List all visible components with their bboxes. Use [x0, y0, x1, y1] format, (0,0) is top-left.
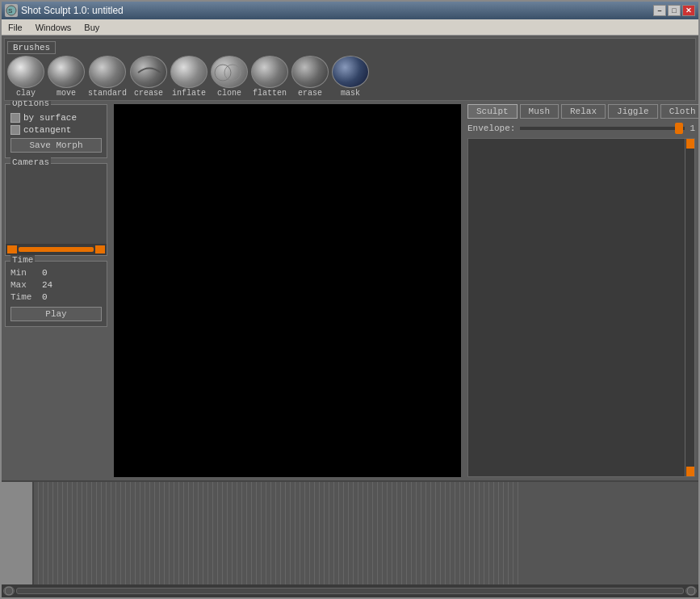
brush-inflate-icon [170, 56, 207, 88]
cameras-title: Cameras [10, 157, 51, 167]
brushes-toolbar: Brushes clay move standard crease [4, 38, 696, 101]
time-time-label: Time [10, 292, 39, 302]
brush-flatten-icon [251, 56, 288, 88]
vertical-scrollbar [685, 139, 694, 476]
by-surface-row: by surface [10, 113, 102, 123]
close-button[interactable]: ✕ [682, 5, 695, 16]
envelope-value: 1 [690, 124, 695, 133]
cameras-scroll-left[interactable] [7, 245, 17, 253]
bottom-scrollbar [2, 584, 698, 597]
h-scroll-left[interactable] [3, 586, 15, 596]
minimize-button[interactable]: – [653, 5, 666, 16]
brush-standard[interactable]: standard [88, 56, 127, 98]
brush-move[interactable]: move [48, 56, 85, 98]
title-buttons: – □ ✕ [653, 5, 695, 16]
by-surface-label: by surface [23, 113, 77, 123]
brush-clay-icon [7, 56, 44, 88]
timeline-tracks [34, 482, 698, 597]
maximize-button[interactable]: □ [668, 5, 681, 16]
cameras-scrollbar [6, 244, 107, 255]
v-scroll-down[interactable] [686, 467, 694, 476]
play-button[interactable]: Play [10, 307, 102, 321]
envelope-row: Envelope: 1 [467, 124, 695, 133]
svg-point-4 [5, 587, 13, 595]
brush-move-icon [48, 56, 85, 88]
timeline-area[interactable] [34, 482, 698, 597]
content-wrapper: Options by surface cotangent Save Morph … [2, 101, 698, 480]
brush-clone-icon [211, 56, 248, 88]
brush-flatten-label: flatten [253, 89, 287, 98]
menu-file[interactable]: File [5, 22, 26, 33]
cotangent-checkbox[interactable] [10, 125, 20, 135]
envelope-thumb[interactable] [675, 123, 683, 134]
time-max-value: 24 [42, 280, 52, 290]
title-bar: S Shot Sculpt 1.0: untitled – □ ✕ [2, 2, 698, 19]
brush-mask-icon [332, 56, 369, 88]
cameras-scroll-track[interactable] [19, 247, 94, 252]
brush-crease-icon [130, 56, 167, 88]
svg-point-3 [224, 65, 241, 81]
brush-inflate[interactable]: inflate [170, 56, 207, 98]
brushes-tab-label[interactable]: Brushes [7, 41, 56, 54]
brush-clone-label: clone [217, 89, 241, 98]
brush-clone[interactable]: clone [211, 56, 248, 98]
svg-point-2 [215, 65, 231, 81]
brush-standard-icon [89, 56, 126, 88]
time-max-row: Max 24 [10, 280, 102, 290]
time-min-label: Min [10, 268, 39, 278]
svg-text:S: S [8, 7, 12, 15]
left-panel: Options by surface cotangent Save Morph … [2, 101, 111, 480]
bottom-left-thumb [2, 482, 34, 597]
v-scroll-up[interactable] [686, 139, 694, 149]
brush-clay-label: clay [16, 89, 36, 98]
brush-erase-icon [291, 56, 329, 88]
envelope-label: Envelope: [467, 124, 515, 133]
brush-clay[interactable]: clay [7, 56, 44, 98]
cotangent-row: cotangent [10, 125, 102, 135]
menu-bar: File Windows Buy [2, 19, 698, 36]
time-max-label: Max [10, 280, 39, 290]
menu-windows[interactable]: Windows [32, 22, 75, 33]
timeline-column [513, 482, 518, 597]
brush-flatten[interactable]: flatten [251, 56, 288, 98]
bottom-timeline-section [2, 480, 698, 597]
brush-erase[interactable]: erase [291, 56, 329, 98]
by-surface-checkbox[interactable] [10, 113, 20, 123]
mode-jiggle-button[interactable]: Jiggle [608, 104, 658, 119]
right-panel: Sculpt Mush Relax Jiggle Cloth Envelope:… [464, 101, 698, 480]
title-bar-left: S Shot Sculpt 1.0: untitled [5, 4, 124, 17]
save-morph-button[interactable]: Save Morph [10, 138, 102, 153]
h-scroll-right[interactable] [685, 586, 697, 596]
app-icon: S [5, 4, 18, 17]
cotangent-label: cotangent [23, 125, 71, 135]
h-scroll-track[interactable] [16, 588, 684, 594]
right-content-panel [467, 138, 695, 477]
mode-relax-button[interactable]: Relax [561, 104, 606, 119]
time-current-row: Time 0 [10, 292, 102, 302]
mode-sculpt-button[interactable]: Sculpt [467, 104, 518, 119]
brush-icons-container: clay move standard crease inflat [7, 56, 693, 98]
time-min-row: Min 0 [10, 268, 102, 278]
brush-crease[interactable]: crease [130, 56, 167, 98]
options-title: Options [10, 101, 51, 108]
brush-crease-label: crease [134, 89, 163, 98]
svg-point-5 [687, 587, 695, 595]
time-current-value: 0 [42, 292, 48, 302]
brush-erase-label: erase [298, 89, 322, 98]
options-box: Options by surface cotangent Save Morph [5, 104, 107, 158]
mode-cloth-button[interactable]: Cloth [660, 104, 698, 119]
brush-standard-label: standard [88, 89, 127, 98]
cameras-box: Cameras [5, 163, 107, 256]
brush-mask[interactable]: mask [332, 56, 369, 98]
time-box: Time Min 0 Max 24 Time 0 Play [5, 261, 107, 327]
mode-buttons-group: Sculpt Mush Relax Jiggle Cloth [467, 104, 695, 119]
time-min-value: 0 [42, 268, 48, 278]
menu-buy[interactable]: Buy [81, 22, 103, 33]
viewport-canvas[interactable] [114, 104, 461, 477]
mode-mush-button[interactable]: Mush [520, 104, 559, 119]
brush-inflate-label: inflate [172, 89, 206, 98]
brush-move-label: move [57, 89, 76, 98]
envelope-slider[interactable] [520, 127, 685, 130]
cameras-scroll-right[interactable] [95, 245, 105, 253]
brush-mask-label: mask [341, 89, 360, 98]
